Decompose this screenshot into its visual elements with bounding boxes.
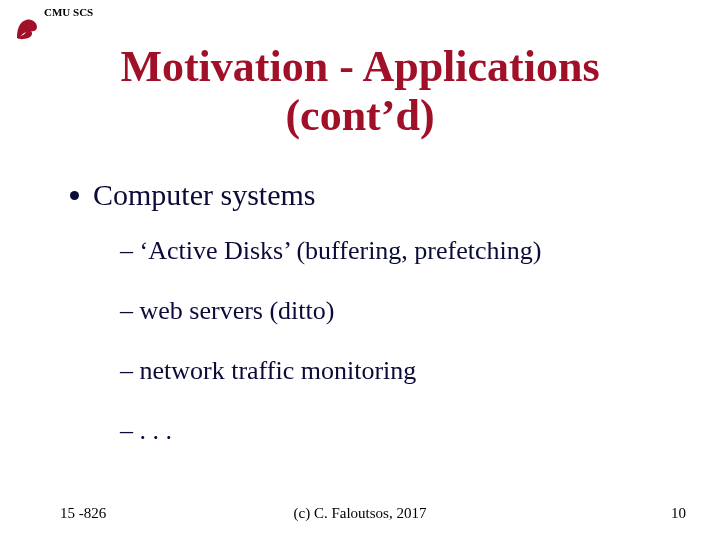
slide-title: Motivation - Applications (cont’d)	[0, 42, 720, 141]
sub-bullet-3: – network traffic monitoring	[120, 356, 416, 386]
slide-title-line2: (cont’d)	[0, 91, 720, 140]
header-label-wrap: CMU SCS	[44, 6, 93, 18]
sub-bullet-1: – ‘Active Disks’ (buffering, prefetching…	[120, 236, 541, 266]
sub-bullet-2: – web servers (ditto)	[120, 296, 334, 326]
slide-title-line1: Motivation - Applications	[0, 42, 720, 91]
bullet-text: Computer systems	[93, 178, 316, 212]
bullet-disc-icon	[70, 191, 79, 200]
footer-copyright: (c) C. Faloutsos, 2017	[0, 505, 720, 522]
bullet-level1: Computer systems	[70, 178, 316, 212]
footer-page-number: 10	[671, 505, 686, 522]
header-label: CMU SCS	[44, 6, 93, 18]
sub-bullet-4: – . . .	[120, 416, 172, 446]
